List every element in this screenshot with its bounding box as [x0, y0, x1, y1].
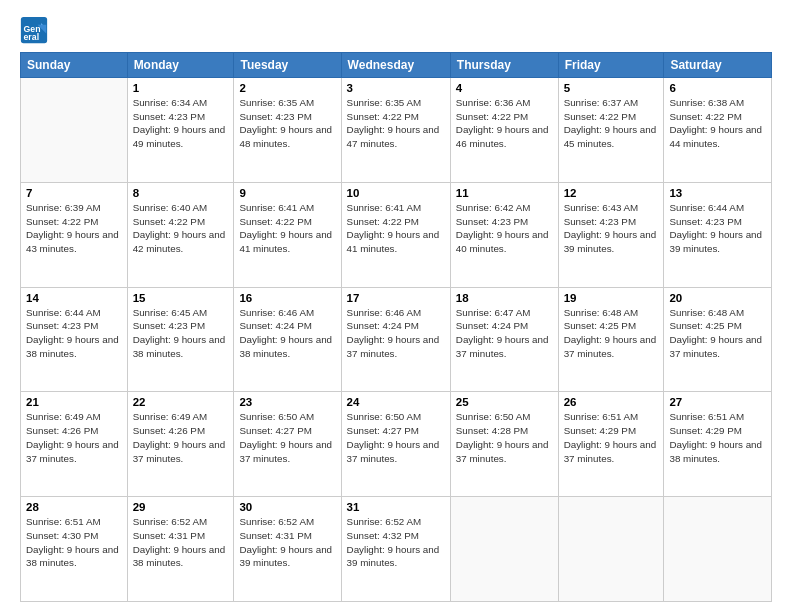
sunset: Sunset: 4:23 PM: [564, 215, 659, 229]
sunset: Sunset: 4:24 PM: [239, 319, 335, 333]
calendar-week-row: 14 Sunrise: 6:44 AM Sunset: 4:23 PM Dayl…: [21, 287, 772, 392]
daylight: Daylight: 9 hours and 48 minutes.: [239, 123, 335, 150]
sunset: Sunset: 4:32 PM: [347, 529, 445, 543]
sunset: Sunset: 4:23 PM: [669, 215, 766, 229]
sunrise: Sunrise: 6:34 AM: [133, 96, 229, 110]
sunset: Sunset: 4:23 PM: [133, 319, 229, 333]
weekday-header-friday: Friday: [558, 53, 664, 78]
day-number: 23: [239, 396, 335, 408]
calendar-cell: 27 Sunrise: 6:51 AM Sunset: 4:29 PM Dayl…: [664, 392, 772, 497]
sunrise: Sunrise: 6:51 AM: [669, 410, 766, 424]
day-info: Sunrise: 6:49 AM Sunset: 4:26 PM Dayligh…: [26, 410, 122, 465]
daylight: Daylight: 9 hours and 39 minutes.: [239, 543, 335, 570]
day-number: 17: [347, 292, 445, 304]
sunrise: Sunrise: 6:50 AM: [239, 410, 335, 424]
daylight: Daylight: 9 hours and 38 minutes.: [133, 333, 229, 360]
day-info: Sunrise: 6:43 AM Sunset: 4:23 PM Dayligh…: [564, 201, 659, 256]
sunset: Sunset: 4:30 PM: [26, 529, 122, 543]
daylight: Daylight: 9 hours and 37 minutes.: [669, 333, 766, 360]
sunrise: Sunrise: 6:49 AM: [26, 410, 122, 424]
sunset: Sunset: 4:22 PM: [456, 110, 553, 124]
sunrise: Sunrise: 6:52 AM: [347, 515, 445, 529]
daylight: Daylight: 9 hours and 37 minutes.: [347, 438, 445, 465]
calendar-cell: [664, 497, 772, 602]
sunset: Sunset: 4:24 PM: [456, 319, 553, 333]
calendar-cell: 4 Sunrise: 6:36 AM Sunset: 4:22 PM Dayli…: [450, 78, 558, 183]
sunset: Sunset: 4:27 PM: [239, 424, 335, 438]
calendar-cell: 9 Sunrise: 6:41 AM Sunset: 4:22 PM Dayli…: [234, 182, 341, 287]
header: Gen eral: [20, 16, 772, 44]
calendar-cell: 17 Sunrise: 6:46 AM Sunset: 4:24 PM Dayl…: [341, 287, 450, 392]
day-number: 27: [669, 396, 766, 408]
weekday-header-thursday: Thursday: [450, 53, 558, 78]
daylight: Daylight: 9 hours and 37 minutes.: [564, 333, 659, 360]
calendar-table: SundayMondayTuesdayWednesdayThursdayFrid…: [20, 52, 772, 602]
day-number: 9: [239, 187, 335, 199]
sunset: Sunset: 4:26 PM: [133, 424, 229, 438]
day-info: Sunrise: 6:47 AM Sunset: 4:24 PM Dayligh…: [456, 306, 553, 361]
sunset: Sunset: 4:23 PM: [26, 319, 122, 333]
day-info: Sunrise: 6:51 AM Sunset: 4:30 PM Dayligh…: [26, 515, 122, 570]
day-info: Sunrise: 6:45 AM Sunset: 4:23 PM Dayligh…: [133, 306, 229, 361]
day-number: 14: [26, 292, 122, 304]
calendar-cell: 25 Sunrise: 6:50 AM Sunset: 4:28 PM Dayl…: [450, 392, 558, 497]
sunrise: Sunrise: 6:45 AM: [133, 306, 229, 320]
calendar-cell: 14 Sunrise: 6:44 AM Sunset: 4:23 PM Dayl…: [21, 287, 128, 392]
calendar-cell: 2 Sunrise: 6:35 AM Sunset: 4:23 PM Dayli…: [234, 78, 341, 183]
day-info: Sunrise: 6:44 AM Sunset: 4:23 PM Dayligh…: [669, 201, 766, 256]
svg-text:eral: eral: [24, 32, 40, 42]
calendar-cell: [450, 497, 558, 602]
calendar-cell: 10 Sunrise: 6:41 AM Sunset: 4:22 PM Dayl…: [341, 182, 450, 287]
day-number: 2: [239, 82, 335, 94]
daylight: Daylight: 9 hours and 45 minutes.: [564, 123, 659, 150]
day-number: 4: [456, 82, 553, 94]
sunset: Sunset: 4:31 PM: [133, 529, 229, 543]
sunset: Sunset: 4:26 PM: [26, 424, 122, 438]
daylight: Daylight: 9 hours and 43 minutes.: [26, 228, 122, 255]
day-info: Sunrise: 6:44 AM Sunset: 4:23 PM Dayligh…: [26, 306, 122, 361]
day-number: 21: [26, 396, 122, 408]
day-info: Sunrise: 6:49 AM Sunset: 4:26 PM Dayligh…: [133, 410, 229, 465]
day-info: Sunrise: 6:52 AM Sunset: 4:31 PM Dayligh…: [239, 515, 335, 570]
daylight: Daylight: 9 hours and 46 minutes.: [456, 123, 553, 150]
sunrise: Sunrise: 6:49 AM: [133, 410, 229, 424]
day-info: Sunrise: 6:35 AM Sunset: 4:22 PM Dayligh…: [347, 96, 445, 151]
day-number: 19: [564, 292, 659, 304]
sunset: Sunset: 4:23 PM: [133, 110, 229, 124]
daylight: Daylight: 9 hours and 37 minutes.: [239, 438, 335, 465]
sunset: Sunset: 4:22 PM: [347, 110, 445, 124]
day-number: 10: [347, 187, 445, 199]
daylight: Daylight: 9 hours and 38 minutes.: [133, 543, 229, 570]
daylight: Daylight: 9 hours and 37 minutes.: [564, 438, 659, 465]
logo-icon: Gen eral: [20, 16, 48, 44]
sunrise: Sunrise: 6:52 AM: [133, 515, 229, 529]
sunrise: Sunrise: 6:37 AM: [564, 96, 659, 110]
day-info: Sunrise: 6:52 AM Sunset: 4:32 PM Dayligh…: [347, 515, 445, 570]
daylight: Daylight: 9 hours and 47 minutes.: [347, 123, 445, 150]
calendar-cell: 31 Sunrise: 6:52 AM Sunset: 4:32 PM Dayl…: [341, 497, 450, 602]
sunset: Sunset: 4:22 PM: [564, 110, 659, 124]
daylight: Daylight: 9 hours and 37 minutes.: [456, 333, 553, 360]
calendar-week-row: 28 Sunrise: 6:51 AM Sunset: 4:30 PM Dayl…: [21, 497, 772, 602]
daylight: Daylight: 9 hours and 38 minutes.: [26, 333, 122, 360]
daylight: Daylight: 9 hours and 37 minutes.: [26, 438, 122, 465]
day-number: 6: [669, 82, 766, 94]
day-number: 30: [239, 501, 335, 513]
calendar-cell: 19 Sunrise: 6:48 AM Sunset: 4:25 PM Dayl…: [558, 287, 664, 392]
weekday-header-sunday: Sunday: [21, 53, 128, 78]
sunset: Sunset: 4:22 PM: [133, 215, 229, 229]
day-info: Sunrise: 6:39 AM Sunset: 4:22 PM Dayligh…: [26, 201, 122, 256]
sunrise: Sunrise: 6:38 AM: [669, 96, 766, 110]
calendar-cell: 3 Sunrise: 6:35 AM Sunset: 4:22 PM Dayli…: [341, 78, 450, 183]
calendar-week-row: 1 Sunrise: 6:34 AM Sunset: 4:23 PM Dayli…: [21, 78, 772, 183]
day-info: Sunrise: 6:38 AM Sunset: 4:22 PM Dayligh…: [669, 96, 766, 151]
calendar-week-row: 7 Sunrise: 6:39 AM Sunset: 4:22 PM Dayli…: [21, 182, 772, 287]
day-info: Sunrise: 6:46 AM Sunset: 4:24 PM Dayligh…: [239, 306, 335, 361]
calendar-cell: 21 Sunrise: 6:49 AM Sunset: 4:26 PM Dayl…: [21, 392, 128, 497]
calendar-cell: [21, 78, 128, 183]
sunrise: Sunrise: 6:39 AM: [26, 201, 122, 215]
calendar-cell: 22 Sunrise: 6:49 AM Sunset: 4:26 PM Dayl…: [127, 392, 234, 497]
calendar-cell: 6 Sunrise: 6:38 AM Sunset: 4:22 PM Dayli…: [664, 78, 772, 183]
daylight: Daylight: 9 hours and 38 minutes.: [239, 333, 335, 360]
day-info: Sunrise: 6:35 AM Sunset: 4:23 PM Dayligh…: [239, 96, 335, 151]
